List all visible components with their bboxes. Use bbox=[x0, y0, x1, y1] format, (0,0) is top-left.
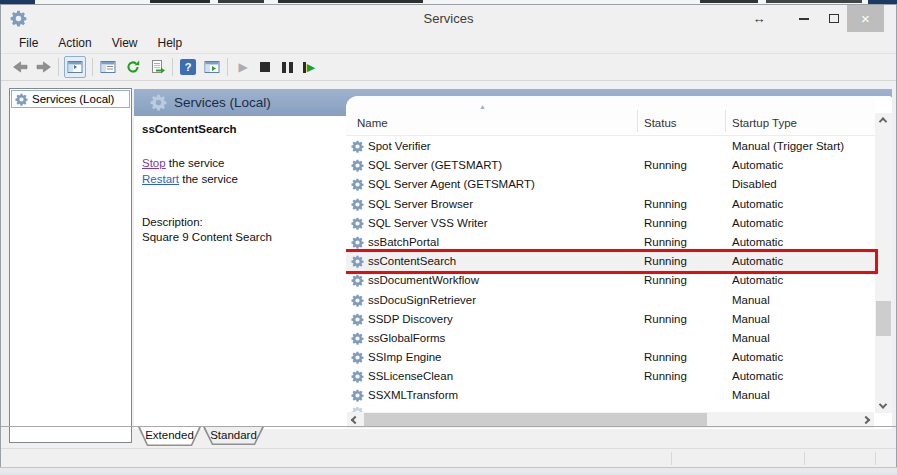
background-window-bottom-edge bbox=[0, 467, 897, 475]
service-gear-icon bbox=[351, 217, 364, 230]
column-divider[interactable] bbox=[725, 110, 726, 132]
stop-icon bbox=[260, 62, 270, 72]
service-name: SQL Server (GETSMART) bbox=[368, 159, 502, 171]
horizontal-scrollbar-thumb[interactable] bbox=[364, 413, 707, 427]
minimize-button[interactable] bbox=[791, 5, 817, 32]
chevron-left-icon bbox=[351, 416, 359, 424]
table-row[interactable]: SQL Server Browser Running Automatic bbox=[346, 195, 875, 214]
back-button[interactable] bbox=[9, 56, 31, 78]
table-row[interactable]: SQL Server VSS Writer Running Automatic bbox=[346, 214, 875, 233]
properties-button[interactable] bbox=[97, 56, 119, 78]
restart-service-line: Restart the service bbox=[142, 173, 238, 185]
list-header: ▲ Name Status Startup Type bbox=[346, 96, 875, 136]
console-tree-pane: Services (Local) bbox=[9, 88, 132, 443]
chevron-right-icon bbox=[862, 416, 870, 424]
table-row[interactable]: SQL Server (GETSMART) Running Automatic bbox=[346, 156, 875, 175]
table-row[interactable]: Spot Verifier Manual (Trigger Start) bbox=[346, 137, 875, 156]
service-gear-icon bbox=[351, 178, 364, 191]
tab-extended[interactable]: Extended bbox=[138, 427, 201, 446]
status-bar-divider bbox=[875, 452, 876, 465]
status-bar-divider bbox=[804, 452, 805, 465]
service-rows: Spot Verifier Manual (Trigger Start) SQL… bbox=[346, 137, 875, 406]
service-startup: Manual bbox=[732, 332, 770, 344]
restart-icon: ▶ bbox=[303, 61, 315, 74]
menu-view[interactable]: View bbox=[102, 34, 148, 52]
status-bar-divider bbox=[671, 452, 672, 465]
show-action-pane-button[interactable] bbox=[201, 56, 223, 78]
services-gear-icon bbox=[150, 94, 167, 111]
service-startup: Manual bbox=[732, 389, 770, 401]
vertical-scrollbar-thumb[interactable] bbox=[876, 301, 891, 336]
description-label: Description: bbox=[142, 216, 203, 228]
sort-ascending-icon: ▲ bbox=[479, 103, 486, 110]
column-divider[interactable] bbox=[637, 110, 638, 132]
description-text: Square 9 Content Search bbox=[142, 231, 272, 243]
stop-service-link[interactable]: Stop bbox=[142, 157, 166, 169]
tab-standard[interactable]: Standard bbox=[203, 427, 264, 445]
services-window: Services ↔ × File Action View Help bbox=[0, 4, 897, 467]
view-tabs: Extended Standard bbox=[1, 427, 896, 447]
pause-service-button[interactable] bbox=[276, 56, 298, 78]
help-question-icon: ? bbox=[180, 59, 196, 75]
background-fragment bbox=[278, 0, 423, 3]
service-name: SQL Server Browser bbox=[368, 198, 473, 210]
service-startup: Automatic bbox=[732, 370, 783, 382]
table-row[interactable]: SSLicenseClean Running Automatic bbox=[346, 367, 875, 386]
restart-service-link[interactable]: Restart bbox=[142, 173, 179, 185]
background-fragment bbox=[218, 0, 264, 3]
menu-action[interactable]: Action bbox=[48, 34, 101, 52]
scroll-down-button[interactable] bbox=[875, 398, 891, 414]
scroll-up-button[interactable] bbox=[875, 112, 891, 128]
maximize-icon bbox=[829, 14, 839, 23]
table-row[interactable]: SSImp Engine Running Automatic bbox=[346, 348, 875, 367]
background-fragment bbox=[150, 0, 210, 3]
maximize-button[interactable] bbox=[821, 5, 847, 32]
refresh-button[interactable] bbox=[122, 56, 144, 78]
start-service-button[interactable]: ▶ bbox=[232, 56, 254, 78]
table-row[interactable]: ssDocumentWorkflow Running Automatic bbox=[346, 271, 875, 290]
service-name: ssDocuSignRetriever bbox=[368, 294, 476, 306]
table-row[interactable]: ssBatchPortal Running Automatic bbox=[346, 233, 875, 252]
service-gear-icon bbox=[351, 236, 364, 249]
column-header-startup-type[interactable]: Startup Type bbox=[732, 117, 797, 129]
table-row[interactable]: SSXMLTransform Manual bbox=[346, 386, 875, 405]
show-console-tree-button[interactable] bbox=[64, 56, 86, 78]
resize-arrows-icon[interactable]: ↔ bbox=[746, 5, 772, 32]
stop-service-button[interactable] bbox=[254, 56, 276, 78]
service-gear-icon bbox=[351, 332, 364, 345]
service-name: SSImp Engine bbox=[368, 351, 442, 363]
table-row[interactable]: ssDocuSignRetriever Manual bbox=[346, 291, 875, 310]
service-name: ssGlobalForms bbox=[368, 332, 445, 344]
service-name: SSLicenseClean bbox=[368, 370, 453, 382]
table-row[interactable]: ssGlobalForms Manual bbox=[346, 329, 875, 348]
toolbar: ? ▶ ▶ bbox=[1, 54, 896, 81]
export-list-button[interactable] bbox=[147, 56, 169, 78]
service-status: Running bbox=[644, 313, 687, 325]
tree-item-services-local[interactable]: Services (Local) bbox=[11, 90, 130, 108]
restart-service-button[interactable]: ▶ bbox=[298, 56, 320, 78]
vertical-scrollbar[interactable] bbox=[875, 113, 892, 413]
service-name: SSXMLTransform bbox=[368, 389, 458, 401]
selected-service-name: ssContentSearch bbox=[142, 123, 237, 135]
help-button[interactable]: ? bbox=[177, 56, 199, 78]
service-gear-icon bbox=[351, 159, 364, 172]
service-status: Running bbox=[644, 236, 687, 248]
background-fragment bbox=[700, 0, 758, 3]
forward-button[interactable] bbox=[33, 56, 55, 78]
close-button[interactable]: × bbox=[847, 5, 884, 32]
service-startup: Automatic bbox=[732, 236, 783, 248]
forward-arrow-icon bbox=[35, 59, 53, 75]
title-bar[interactable]: Services ↔ × bbox=[1, 5, 896, 32]
extended-view-title: Services (Local) bbox=[174, 95, 271, 110]
table-row[interactable]: SSDP Discovery Running Manual bbox=[346, 310, 875, 329]
menu-file[interactable]: File bbox=[9, 34, 48, 52]
console-tree-icon bbox=[67, 59, 83, 75]
properties-icon bbox=[100, 59, 116, 75]
menu-help[interactable]: Help bbox=[148, 34, 193, 52]
service-startup: Automatic bbox=[732, 159, 783, 171]
table-row[interactable]: SQL Server Agent (GETSMART) Disabled bbox=[346, 175, 875, 194]
column-header-status[interactable]: Status bbox=[644, 117, 677, 129]
table-row[interactable]: ssContentSearch Running Automatic bbox=[346, 252, 875, 271]
column-header-name[interactable]: Name bbox=[357, 117, 388, 129]
service-status: Running bbox=[644, 198, 687, 210]
